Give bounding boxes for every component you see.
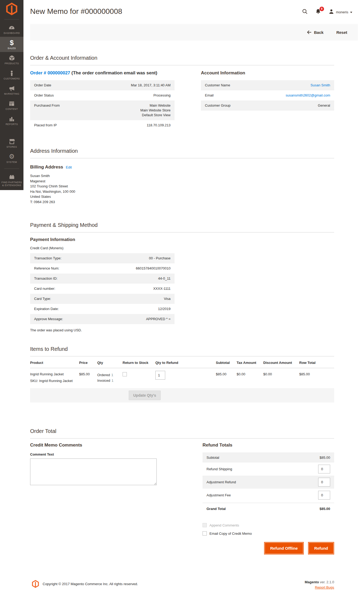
subtotal-value: $85.00 (319, 456, 330, 460)
account-info-row: Customer Name Susan Smith (201, 80, 334, 90)
sidebar-divider (4, 19, 19, 19)
items-table-footer: Update Qty's (30, 388, 334, 403)
account-info-row: Customer Group General (201, 101, 334, 111)
order-email-note: (The order confirmation email was sent) (71, 70, 157, 75)
email-copy-checkbox[interactable] (203, 531, 207, 536)
customer-email-link[interactable]: susansmith2602@gmail.com (286, 93, 330, 98)
item-qty: Ordered1 Invoiced1 (97, 368, 123, 388)
order-info-row: Order Status Processing (30, 90, 175, 101)
notification-badge: 9 (319, 7, 324, 11)
append-comments-option: Append Comments (203, 523, 334, 527)
payment-info-row: Transaction ID:44-0_11 (30, 274, 175, 284)
sidebar-item-marketing[interactable]: MARKETING (0, 82, 23, 98)
section-title-items: Items to Refund (30, 345, 334, 356)
account-info-table: Customer Name Susan Smith Email susansmi… (201, 80, 334, 111)
sidebar-item-label: FIND PARTNERS & EXTENSIONS (1, 181, 23, 187)
sidebar-item-label: SYSTEM (1, 161, 23, 164)
adjustment-refund-input[interactable] (318, 478, 330, 487)
section-title-order-total: Order Total (30, 428, 334, 439)
payment-info-row: Approve Message:APPROVED * = (30, 314, 175, 324)
item-row-total: $85.00 (299, 368, 334, 388)
email-copy-option: Email Copy of Credit Memo (203, 531, 334, 536)
adjustment-refund-row: Adjustment Refund (203, 476, 334, 489)
system-icon: ⚙ (1, 153, 23, 160)
admin-footer: Copyright © 2017 Magento Commerce Inc. A… (0, 570, 364, 607)
stores-icon (1, 138, 23, 145)
payment-info-row: Transaction Type:00 - Purchase (30, 253, 175, 263)
back-arrow-icon (307, 30, 312, 34)
customer-name-link[interactable]: Susan Smith (310, 83, 330, 88)
account-info-row: Email susansmith2602@gmail.com (201, 90, 334, 101)
order-info-row: Placed from IP 118.70.109.213 (30, 120, 175, 130)
return-to-stock-checkbox[interactable] (123, 372, 127, 376)
payment-info-title: Payment Information (30, 237, 334, 243)
refund-totals-table: Subtotal $85.00 Refund Shipping Adjustme… (203, 452, 334, 514)
comment-text-input[interactable] (30, 459, 157, 485)
sidebar-item-label: STORES (1, 146, 23, 148)
sidebar-item-customers[interactable]: CUSTOMERS (0, 67, 23, 82)
order-info-row: Order Date Mar 18, 2017, 3:11:40 AM (30, 80, 175, 90)
sidebar-item-stores[interactable]: STORES (0, 135, 23, 151)
adjustment-fee-row: Adjustment Fee (203, 489, 334, 502)
payment-info-row: Expiration Date:12/2019 (30, 304, 175, 314)
sidebar-item-label: REPORTS (1, 123, 23, 126)
append-comments-checkbox (203, 523, 207, 527)
refund-button[interactable]: Refund (309, 542, 334, 554)
reset-button[interactable]: Reset (336, 30, 347, 35)
magento-logo[interactable] (0, 0, 23, 18)
credit-memo-comments-title: Credit Memo Comments (30, 442, 157, 448)
back-button[interactable]: Back (307, 30, 323, 35)
edit-billing-address-link[interactable]: Edit (66, 165, 72, 169)
account-info-title: Account Information (201, 70, 334, 76)
user-menu[interactable]: moneris (329, 9, 352, 15)
extensions-icon (1, 173, 23, 180)
page-actions-bar: Back Reset (30, 24, 358, 41)
comment-text-label: Comment Text (30, 452, 157, 456)
product-sku: SKU: Ingrid Running Jacket (30, 379, 78, 383)
adjustment-fee-input[interactable] (318, 491, 330, 500)
sidebar-item-find-partners[interactable]: FIND PARTNERS & EXTENSIONS (0, 171, 23, 189)
payment-method-label: Credit Card (Moneris) (30, 246, 334, 250)
payment-info-table: Transaction Type:00 - Purchase Reference… (30, 253, 175, 324)
billing-address-title: Billing Address (30, 164, 63, 170)
sidebar-item-system[interactable]: ⚙ SYSTEM (0, 151, 23, 166)
item-price: $85.00 (79, 368, 97, 388)
sidebar-item-products[interactable]: PRODUCTS (0, 52, 23, 67)
customers-icon (1, 70, 23, 77)
billing-address-block: Susan Smith Magenest 102 Truong Chinh St… (30, 173, 334, 204)
currency-note: The order was placed using USD. (30, 328, 334, 332)
refund-totals-title: Refund Totals (203, 442, 334, 448)
magento-footer-logo-icon (32, 580, 39, 588)
footer-version: ver. 2.1.0 (320, 580, 334, 584)
magento-logo-icon (6, 3, 17, 15)
sidebar-item-sales[interactable]: $ SALES (0, 37, 23, 52)
refund-shipping-input[interactable] (318, 465, 330, 473)
refund-offline-button[interactable]: Refund Offline (265, 542, 303, 554)
section-title-order-account: Order & Account Information (30, 54, 334, 65)
dashboard-icon (1, 24, 23, 31)
sidebar-item-label: DASHBOARD (1, 32, 23, 35)
chevron-down-icon (350, 12, 352, 13)
notifications-bell-icon[interactable]: 9 (315, 9, 321, 15)
page-header: New Memo for #000000008 9 moneris (23, 0, 364, 16)
order-info-row: Purchased From Main Website Main Website… (30, 101, 175, 120)
sidebar-item-reports[interactable]: REPORTS (0, 113, 23, 128)
order-number-link[interactable]: Order # 000000027 (30, 70, 70, 75)
item-tax-amount: $0.00 (237, 368, 263, 388)
reports-icon (1, 115, 23, 122)
content-icon (1, 100, 23, 107)
copyright-text: Copyright © 2017 Magento Commerce Inc. A… (43, 582, 138, 586)
payment-info-row: Reference Num:660157840010070010 (30, 263, 175, 274)
sidebar-item-content[interactable]: CONTENT (0, 98, 23, 113)
sidebar-item-dashboard[interactable]: DASHBOARD (0, 22, 23, 37)
user-avatar-icon (329, 9, 334, 15)
update-qtys-button[interactable]: Update Qty's (129, 391, 161, 400)
qty-to-refund-input[interactable] (155, 371, 165, 380)
items-table-header: Product Price Qty Return to Stock Qty to… (30, 357, 334, 368)
search-icon[interactable] (302, 9, 308, 15)
refund-shipping-row: Refund Shipping (203, 463, 334, 476)
username-label: moneris (336, 10, 348, 14)
item-discount-amount: $0.00 (263, 368, 299, 388)
items-to-refund-table: Product Price Qty Return to Stock Qty to… (30, 357, 334, 388)
report-bugs-link[interactable]: Report Bugs (315, 585, 334, 589)
